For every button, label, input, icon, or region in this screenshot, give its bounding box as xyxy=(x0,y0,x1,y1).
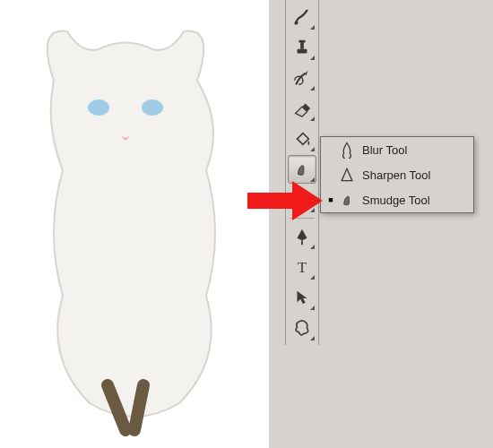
svg-point-1 xyxy=(142,99,163,116)
flyout-item-label: Smudge Tool xyxy=(359,194,468,207)
flyout-item-label: Blur Tool xyxy=(359,143,468,157)
eraser-tool[interactable] xyxy=(288,94,316,123)
type-tool[interactable]: T xyxy=(288,253,316,281)
svg-point-0 xyxy=(88,99,109,116)
flyout-item-blur[interactable]: Blur Tool xyxy=(321,137,473,162)
flyout-indicator-icon xyxy=(310,86,315,90)
tool-flyout-menu: Blur Tool Sharpen Tool ■ Smudge Tool xyxy=(320,136,474,213)
brush-tool[interactable] xyxy=(288,3,316,31)
pen-tool[interactable] xyxy=(288,222,316,251)
svg-point-2 xyxy=(295,21,298,24)
droplet-icon xyxy=(335,141,359,159)
flyout-indicator-icon xyxy=(310,25,315,30)
paint-bucket-tool[interactable] xyxy=(288,125,316,153)
flyout-indicator-icon xyxy=(310,275,315,280)
svg-text:T: T xyxy=(298,259,307,276)
flyout-item-label: Sharpen Tool xyxy=(359,168,468,182)
finger-icon xyxy=(335,191,359,209)
history-brush-tool[interactable] xyxy=(288,64,316,92)
svg-rect-3 xyxy=(298,49,307,54)
flyout-indicator-icon xyxy=(310,116,315,121)
flyout-item-sharpen[interactable]: Sharpen Tool xyxy=(321,162,473,187)
flyout-item-smudge[interactable]: ■ Smudge Tool xyxy=(321,187,473,212)
flyout-indicator-icon xyxy=(310,147,315,151)
tools-toolbar: T xyxy=(285,0,319,345)
smudge-tool[interactable] xyxy=(288,155,316,184)
svg-rect-5 xyxy=(298,40,305,43)
canvas-image xyxy=(0,0,269,448)
flyout-indicator-icon xyxy=(310,245,315,249)
flyout-indicator-icon xyxy=(310,336,315,340)
flyout-indicator-icon xyxy=(310,306,315,310)
svg-rect-4 xyxy=(300,42,304,49)
flyout-indicator-icon xyxy=(310,56,315,60)
path-selection-tool[interactable] xyxy=(288,283,316,312)
red-arrow-annotation xyxy=(247,181,328,220)
triangle-icon xyxy=(335,166,359,184)
custom-shape-tool[interactable] xyxy=(288,314,316,342)
clone-stamp-tool[interactable] xyxy=(288,33,316,62)
